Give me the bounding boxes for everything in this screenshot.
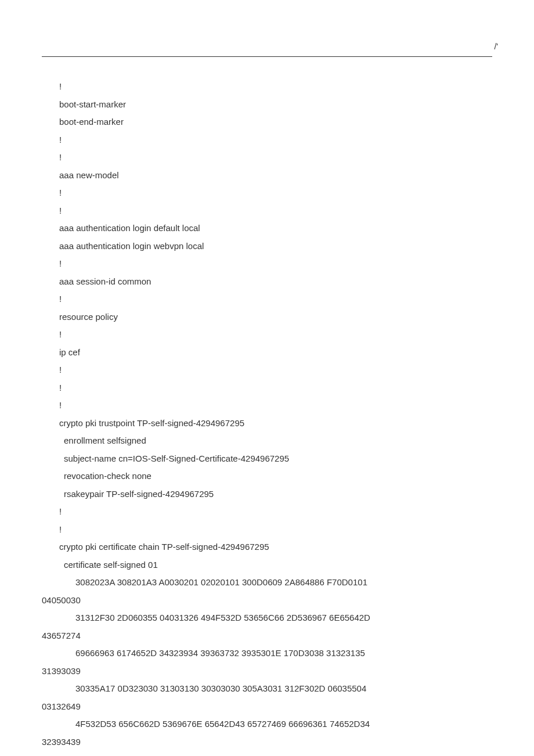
config-line: boot-end-marker	[42, 113, 492, 131]
config-line: 4F532D53 656C662D 5369676E 65642D43 6572…	[42, 715, 492, 733]
config-line: 31312F30 2D060355 04031326 494F532D 5365…	[42, 609, 492, 627]
config-line: 43657274	[42, 627, 492, 645]
config-line: revocation-check none	[42, 467, 492, 485]
config-line: aaa authentication login default local	[42, 219, 492, 237]
config-line: crypto pki certificate chain TP-self-sig…	[42, 538, 492, 556]
config-line: 3082023A 308201A3 A0030201 02020101 300D…	[42, 574, 492, 592]
config-line: 31393039	[42, 663, 492, 681]
config-line: !	[42, 361, 492, 379]
config-line: aaa authentication login webvpn local	[42, 237, 492, 255]
config-line: !	[42, 131, 492, 149]
config-line: !	[42, 202, 492, 220]
config-line: !	[42, 149, 492, 167]
page-header: /'	[42, 42, 492, 57]
config-line: 69666963 6174652D 34323934 39363732 3935…	[42, 645, 492, 663]
config-line: !	[42, 255, 492, 273]
header-rule	[42, 56, 492, 57]
config-line: certificate self-signed 01	[42, 556, 492, 574]
config-line: !	[42, 184, 492, 202]
config-line: rsakeypair TP-self-signed-4294967295	[42, 485, 492, 503]
config-line: aaa session-id common	[42, 273, 492, 291]
document-page: /' !boot-start-markerboot-end-marker!!aa…	[0, 0, 534, 751]
config-line: !	[42, 78, 492, 96]
config-line: 03132649	[42, 698, 492, 716]
config-line: enrollment selfsigned	[42, 432, 492, 450]
config-line: !	[42, 326, 492, 344]
config-line: 30335A17 0D323030 31303130 30303030 305A…	[42, 680, 492, 698]
config-line: ip cef	[42, 344, 492, 362]
config-line: subject-name cn=IOS-Self-Signed-Certific…	[42, 450, 492, 468]
config-line: !	[42, 521, 492, 539]
config-line: crypto pki trustpoint TP-self-signed-429…	[42, 415, 492, 433]
config-line: boot-start-marker	[42, 96, 492, 114]
config-line: 32393439	[42, 733, 492, 751]
config-line: aaa new-model	[42, 167, 492, 185]
header-mark: /'	[494, 42, 498, 51]
config-line: 04050030	[42, 592, 492, 610]
document-content: !boot-start-markerboot-end-marker!!aaa n…	[42, 78, 492, 751]
config-line: !	[42, 503, 492, 521]
config-line: !	[42, 397, 492, 415]
config-line: resource policy	[42, 308, 492, 326]
config-line: !	[42, 379, 492, 397]
config-line: !	[42, 290, 492, 308]
